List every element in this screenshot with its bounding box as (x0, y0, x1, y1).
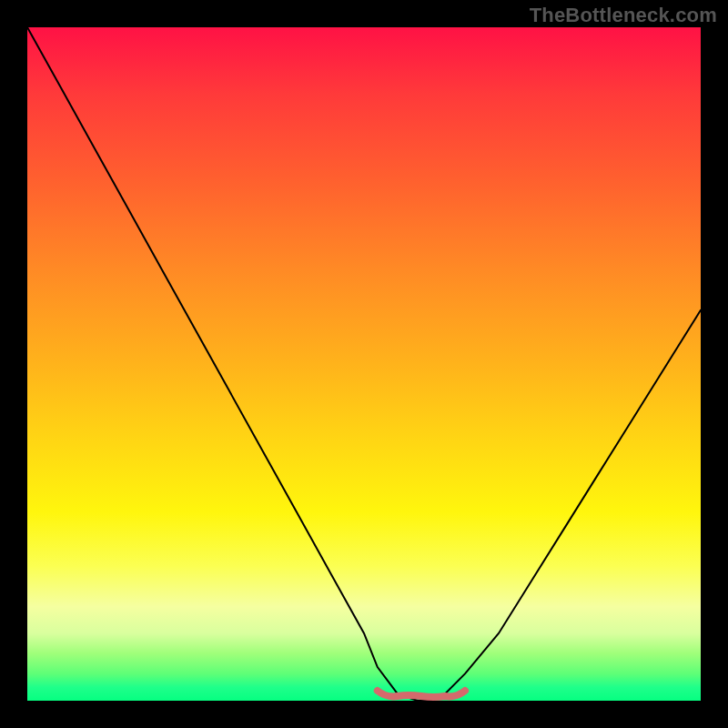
optimal-range-marker (378, 691, 465, 697)
plot-area (27, 27, 701, 701)
curve-layer (27, 27, 701, 701)
attribution-text: TheBottleneck.com (530, 4, 717, 27)
chart-frame: TheBottleneck.com (0, 0, 728, 728)
bottleneck-curve-right (418, 310, 701, 701)
bottleneck-curve-left (27, 27, 418, 701)
